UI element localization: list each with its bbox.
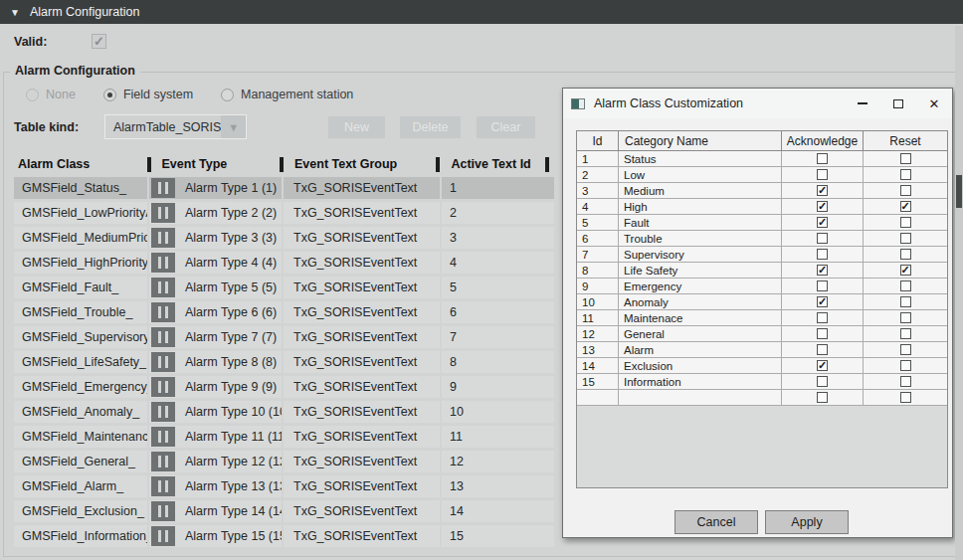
acknowledge-checkbox[interactable] xyxy=(817,153,828,164)
acknowledge-checkbox[interactable] xyxy=(817,233,828,244)
acknowledge-checkbox[interactable] xyxy=(817,328,828,339)
table-row[interactable]: GMSField_Emergency_ Alarm Type 9 (9) TxG… xyxy=(14,376,554,398)
cancel-button[interactable]: Cancel xyxy=(674,510,758,534)
reset-checkbox[interactable] xyxy=(900,185,911,196)
acknowledge-checkbox[interactable] xyxy=(817,185,828,196)
table-kind-combobox[interactable]: AlarmTable_SORIS ▼ xyxy=(104,114,247,139)
pause-icon[interactable] xyxy=(151,402,175,422)
reset-checkbox[interactable] xyxy=(900,376,911,387)
reset-checkbox[interactable] xyxy=(900,344,911,355)
radio-field-system[interactable]: Field system xyxy=(103,88,193,101)
dialog-table-row[interactable]: 10 Anomaly xyxy=(577,294,947,310)
acknowledge-checkbox[interactable] xyxy=(817,344,828,355)
dialog-table-row[interactable]: 6 Trouble xyxy=(577,231,947,247)
acknowledge-checkbox[interactable] xyxy=(817,201,828,212)
pause-icon[interactable] xyxy=(151,178,175,198)
dialog-table-row[interactable]: 1 Status xyxy=(577,151,947,167)
pause-icon[interactable] xyxy=(151,228,175,248)
maximize-button[interactable] xyxy=(880,90,916,117)
pause-icon[interactable] xyxy=(151,253,175,273)
id-cell: 14 xyxy=(577,358,619,373)
dialog-table-row[interactable]: 3 Medium xyxy=(577,183,947,199)
pause-icon[interactable] xyxy=(151,278,175,297)
reset-checkbox[interactable] xyxy=(900,201,911,212)
acknowledge-checkbox[interactable] xyxy=(817,265,828,276)
table-row[interactable]: GMSField_General_ Alarm Type 12 (12) TxG… xyxy=(14,451,554,472)
reset-checkbox[interactable] xyxy=(900,328,911,339)
table-row[interactable]: GMSField_LowPriorityA Alarm Type 2 (2) T… xyxy=(14,202,554,224)
clear-button[interactable]: Clear xyxy=(477,116,535,138)
acknowledge-checkbox[interactable] xyxy=(817,296,828,307)
pause-icon[interactable] xyxy=(151,452,175,471)
dialog-table-row[interactable]: 4 High xyxy=(577,199,947,215)
pause-icon[interactable] xyxy=(151,203,175,223)
table-row[interactable]: GMSField_Exclusion_ Alarm Type 14 (14) T… xyxy=(14,500,554,522)
dialog-table-row[interactable]: 5 Fault xyxy=(577,215,947,231)
pause-icon[interactable] xyxy=(151,501,175,521)
table-row[interactable]: GMSField_MediumPrio Alarm Type 3 (3) TxG… xyxy=(14,227,554,249)
close-icon[interactable]: ✕ xyxy=(916,90,952,117)
dialog-table-row[interactable]: 7 Supervisory xyxy=(577,247,947,263)
dialog-titlebar[interactable]: Alarm Class Customization ✕ xyxy=(563,89,952,118)
reset-checkbox[interactable] xyxy=(900,265,911,276)
acknowledge-checkbox[interactable] xyxy=(817,169,828,180)
new-button[interactable]: New xyxy=(328,116,385,138)
table-row[interactable]: GMSField_Information_ Alarm Type 15 (15)… xyxy=(14,525,554,547)
radio-none[interactable]: None xyxy=(26,88,76,101)
reset-checkbox[interactable] xyxy=(900,233,911,244)
pause-icon[interactable] xyxy=(151,526,175,546)
table-row[interactable]: GMSField_Anomaly_ Alarm Type 10 (10) TxG… xyxy=(14,401,554,423)
dialog-table-row[interactable]: 11 Maintenace xyxy=(577,310,947,326)
dialog-table-row[interactable]: 15 Information xyxy=(577,374,947,390)
vertical-scrollbar[interactable] xyxy=(955,26,963,560)
pause-icon[interactable] xyxy=(151,327,175,347)
dialog-table-row[interactable]: 2 Low xyxy=(577,167,947,183)
reset-checkbox[interactable] xyxy=(900,392,911,403)
acknowledge-checkbox[interactable] xyxy=(817,392,828,403)
table-row[interactable]: GMSField_LifeSafety_ Alarm Type 8 (8) Tx… xyxy=(14,351,554,373)
table-row[interactable]: GMSField_Trouble_ Alarm Type 6 (6) TxG_S… xyxy=(14,301,554,323)
pause-icon[interactable] xyxy=(151,476,175,496)
minimize-button[interactable] xyxy=(845,90,880,117)
table-row[interactable]: GMSField_HighPriority. Alarm Type 4 (4) … xyxy=(14,252,554,274)
active-text-id-cell: 8 xyxy=(442,351,554,373)
reset-checkbox[interactable] xyxy=(900,249,911,260)
radio-management-station[interactable]: Management station xyxy=(221,88,353,101)
reset-checkbox[interactable] xyxy=(900,360,911,371)
reset-checkbox[interactable] xyxy=(900,296,911,307)
dialog-table-row[interactable]: 13 Alarm xyxy=(577,342,947,358)
acknowledge-checkbox[interactable] xyxy=(817,280,828,291)
table-row[interactable]: GMSField_Supervisory_ Alarm Type 7 (7) T… xyxy=(14,326,554,348)
apply-button[interactable]: Apply xyxy=(765,510,849,534)
table-row[interactable]: GMSField_Status_ Alarm Type 1 (1) TxG_SO… xyxy=(14,177,554,199)
table-row[interactable]: GMSField_Maintenance Alarm Type 11 (11) … xyxy=(14,426,554,448)
reset-checkbox[interactable] xyxy=(900,169,911,180)
reset-checkbox[interactable] xyxy=(900,312,911,323)
event-type-cell: Alarm Type 6 (6) xyxy=(149,301,282,323)
pause-icon[interactable] xyxy=(151,377,175,397)
pause-icon[interactable] xyxy=(151,302,175,322)
acknowledge-checkbox[interactable] xyxy=(817,376,828,387)
reset-checkbox[interactable] xyxy=(900,217,911,228)
scrollbar-thumb[interactable] xyxy=(956,175,962,208)
table-kind-label: Table kind: xyxy=(14,120,79,134)
acknowledge-checkbox[interactable] xyxy=(817,249,828,260)
pause-icon[interactable] xyxy=(151,427,175,447)
collapse-icon[interactable]: ▼ xyxy=(10,7,20,18)
dialog-table-row[interactable]: 12 General xyxy=(577,326,947,342)
valid-checkbox[interactable]: ✓ xyxy=(92,34,106,49)
table-row[interactable]: GMSField_Fault_ Alarm Type 5 (5) TxG_SOR… xyxy=(14,277,554,298)
reset-checkbox[interactable] xyxy=(900,153,911,164)
dialog-table-row[interactable]: 8 Life Safety xyxy=(577,263,947,279)
reset-checkbox[interactable] xyxy=(900,280,911,291)
acknowledge-checkbox[interactable] xyxy=(817,312,828,323)
pause-icon[interactable] xyxy=(151,352,175,372)
table-row[interactable]: GMSField_Alarm_ Alarm Type 13 (13) TxG_S… xyxy=(14,475,554,497)
chevron-down-icon[interactable]: ▼ xyxy=(221,115,246,138)
dialog-table-row[interactable]: 9 Emergency xyxy=(577,279,947,294)
dialog-table-row[interactable] xyxy=(577,390,947,406)
dialog-table-row[interactable]: 14 Exclusion xyxy=(577,358,947,374)
acknowledge-checkbox[interactable] xyxy=(817,360,828,371)
delete-button[interactable]: Delete xyxy=(400,116,461,138)
acknowledge-checkbox[interactable] xyxy=(817,217,828,228)
